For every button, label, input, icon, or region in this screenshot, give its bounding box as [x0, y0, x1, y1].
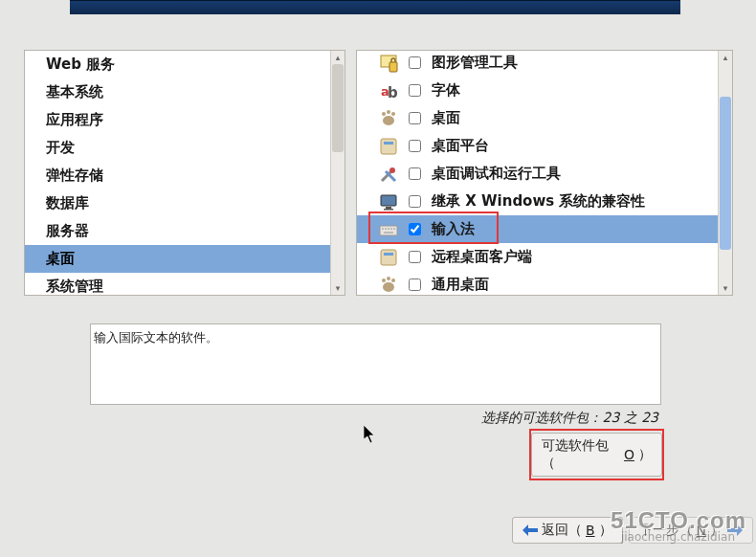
package-label: 桌面调试和运行工具 — [432, 165, 561, 183]
category-panel: Web 服务基本系统应用程序开发弹性存储数据库服务器桌面系统管理 ▴ ▾ — [24, 50, 345, 296]
svg-rect-22 — [384, 232, 393, 234]
svg-rect-8 — [381, 139, 396, 154]
svg-rect-9 — [384, 142, 393, 145]
package-label: 桌面平台 — [432, 137, 489, 155]
foot-icon — [378, 275, 399, 296]
back-button[interactable]: 返回（B） — [512, 517, 623, 544]
svg-point-28 — [391, 278, 395, 282]
package-scrollbar[interactable]: ▴ ▾ — [718, 51, 732, 295]
font-icon: ab — [378, 80, 399, 101]
svg-rect-21 — [393, 228, 395, 230]
svg-rect-20 — [390, 228, 392, 230]
scroll-up-icon[interactable]: ▴ — [331, 51, 345, 64]
category-item[interactable]: 服务器 — [25, 217, 330, 245]
svg-point-7 — [391, 112, 395, 116]
category-item[interactable]: 基本系统 — [25, 78, 330, 106]
package-label: 输入法 — [432, 220, 475, 238]
scroll-thumb[interactable] — [720, 97, 731, 250]
svg-point-11 — [389, 167, 395, 173]
scroll-up-icon[interactable]: ▴ — [719, 51, 732, 64]
optional-packages-button[interactable]: 可选软件包（O） — [531, 433, 662, 477]
package-label: 字体 — [432, 81, 460, 100]
installer-banner — [70, 0, 680, 14]
svg-point-4 — [383, 116, 394, 125]
package-checkbox[interactable] — [409, 195, 421, 208]
monitor-icon — [378, 191, 399, 212]
package-label: 桌面 — [432, 109, 460, 127]
svg-rect-17 — [382, 228, 384, 230]
package-label: 继承 X Windows 系统的兼容性 — [432, 192, 645, 211]
package-row[interactable]: 桌面调试和运行工具 — [357, 160, 718, 188]
package-panel: 图形管理工具ab字体桌面桌面平台桌面调试和运行工具继承 X Windows 系统… — [356, 50, 733, 296]
package-row[interactable]: 远程桌面客户端 — [357, 243, 718, 271]
category-scrollbar[interactable]: ▴ ▾ — [330, 51, 345, 295]
description-box: 输入国际文本的软件。 — [90, 323, 661, 405]
svg-rect-13 — [381, 195, 396, 206]
category-item[interactable]: Web 服务 — [25, 51, 330, 78]
svg-rect-24 — [384, 253, 393, 256]
package-label: 通用桌面 — [432, 276, 489, 294]
svg-point-25 — [383, 282, 394, 292]
svg-point-5 — [382, 112, 386, 116]
navigation-bar: 返回（B） 下一步（N） — [512, 517, 753, 544]
svg-rect-19 — [388, 228, 389, 230]
package-label: 图形管理工具 — [432, 54, 518, 72]
package-row[interactable]: 桌面平台 — [357, 132, 718, 160]
keyboard-icon — [378, 219, 399, 240]
svg-rect-16 — [380, 226, 397, 235]
package-checkbox[interactable] — [409, 140, 421, 152]
highlight-optional-button: 可选软件包（O） — [529, 429, 664, 480]
svg-point-27 — [387, 277, 390, 280]
svg-point-6 — [387, 110, 390, 114]
package-checkbox[interactable] — [409, 251, 421, 263]
package-row[interactable]: 通用桌面 — [357, 271, 718, 299]
package-checkbox[interactable] — [409, 112, 421, 124]
pkg-icon — [378, 136, 399, 157]
package-row[interactable]: 桌面 — [357, 104, 718, 132]
category-item[interactable]: 开发 — [25, 134, 330, 162]
category-item[interactable]: 数据库 — [25, 189, 330, 217]
pkg-icon — [378, 247, 399, 268]
description-text: 输入国际文本的软件。 — [94, 330, 218, 345]
package-count: 选择的可选软件包：23 之 23 — [481, 410, 658, 427]
mouse-cursor-icon — [364, 425, 377, 444]
next-button[interactable]: 下一步（N） — [629, 517, 753, 544]
scroll-thumb[interactable] — [332, 64, 344, 152]
svg-rect-23 — [381, 250, 396, 265]
svg-text:b: b — [388, 84, 398, 101]
package-list: 图形管理工具ab字体桌面桌面平台桌面调试和运行工具继承 X Windows 系统… — [357, 49, 718, 295]
package-row[interactable]: 输入法 — [357, 215, 718, 243]
lock-icon — [378, 53, 399, 74]
package-label: 远程桌面客户端 — [432, 248, 532, 266]
category-list: Web 服务基本系统应用程序开发弹性存储数据库服务器桌面系统管理 — [25, 51, 330, 295]
package-row[interactable]: 图形管理工具 — [357, 49, 718, 77]
svg-point-26 — [382, 278, 386, 282]
svg-rect-15 — [384, 209, 393, 211]
svg-rect-18 — [385, 228, 387, 230]
category-item[interactable]: 系统管理 — [25, 273, 330, 295]
package-row[interactable]: ab字体 — [357, 77, 718, 104]
package-checkbox[interactable] — [409, 56, 421, 69]
scroll-down-icon[interactable]: ▾ — [719, 281, 732, 295]
package-checkbox[interactable] — [409, 223, 421, 235]
svg-rect-14 — [386, 207, 391, 209]
scroll-down-icon[interactable]: ▾ — [331, 281, 345, 295]
package-checkbox[interactable] — [409, 84, 421, 97]
foot-icon — [378, 108, 399, 129]
tools-icon — [378, 164, 399, 185]
package-row[interactable]: 继承 X Windows 系统的兼容性 — [357, 188, 718, 215]
package-checkbox[interactable] — [409, 278, 421, 291]
category-item[interactable]: 应用程序 — [25, 106, 330, 134]
arrow-left-icon — [523, 524, 538, 536]
package-checkbox[interactable] — [409, 167, 421, 180]
svg-rect-1 — [389, 62, 397, 72]
arrow-right-icon — [727, 524, 743, 536]
category-item[interactable]: 弹性存储 — [25, 162, 330, 189]
category-item[interactable]: 桌面 — [25, 245, 330, 273]
